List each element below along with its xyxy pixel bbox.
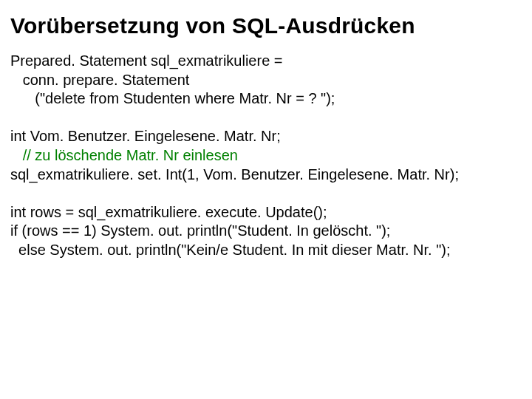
- slide: Vorübersetzung von SQL-Ausdrücken Prepar…: [0, 0, 532, 260]
- code-line: else System. out. println("Kein/e Studen…: [10, 242, 451, 258]
- code-line: int rows = sql_exmatrikuliere. execute. …: [10, 204, 327, 220]
- code-line: if (rows == 1) System. out. println("Stu…: [10, 222, 390, 239]
- page-title: Vorübersetzung von SQL-Ausdrücken: [10, 13, 522, 38]
- code-comment: // zu löschende Matr. Nr einlesen: [10, 147, 238, 163]
- code-line: Prepared. Statement sql_exmatrikuliere =: [10, 52, 283, 69]
- code-line: ("delete from Studenten where Matr. Nr =…: [10, 90, 335, 106]
- code-line: sql_exmatrikuliere. set. Int(1, Vom. Ben…: [10, 166, 459, 183]
- code-line: int Vom. Benutzer. Eingelesene. Matr. Nr…: [10, 128, 281, 144]
- code-line: conn. prepare. Statement: [10, 72, 189, 88]
- code-block: Prepared. Statement sql_exmatrikuliere =…: [10, 52, 522, 260]
